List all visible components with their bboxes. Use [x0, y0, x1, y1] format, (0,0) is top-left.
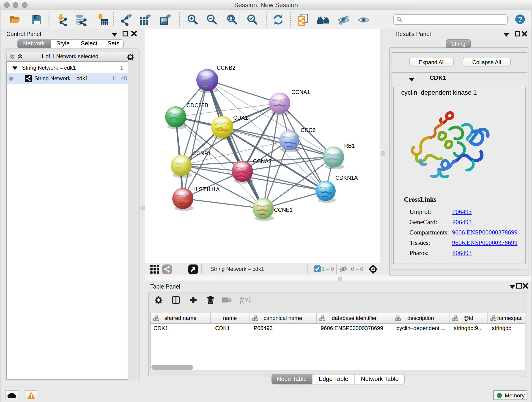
svg-text:?: ?: [518, 15, 522, 23]
svg-text:CDC6: CDC6: [301, 127, 316, 133]
svg-text:CCNB2: CCNB2: [217, 65, 235, 71]
svg-text:CCNA2: CCNA2: [253, 158, 272, 164]
svg-text:CCNE1: CCNE1: [274, 207, 293, 213]
svg-text:RB1: RB1: [344, 143, 355, 149]
svg-text:CDKN1A: CDKN1A: [336, 175, 358, 181]
svg-text:CDC25B: CDC25B: [186, 102, 208, 108]
svg-text:CCNA1: CCNA1: [291, 89, 310, 95]
svg-text:CCNB1: CCNB1: [192, 150, 211, 157]
svg-text:CDK1: CDK1: [233, 115, 248, 121]
svg-text:HIST1H1A: HIST1H1A: [193, 186, 220, 192]
